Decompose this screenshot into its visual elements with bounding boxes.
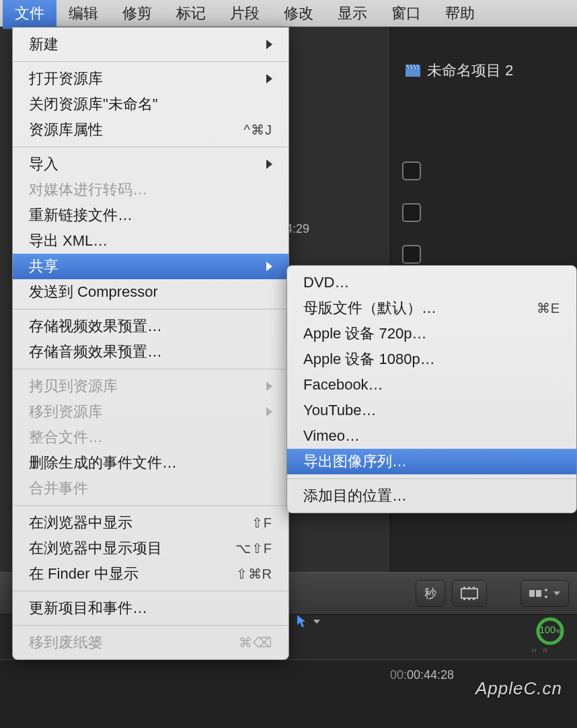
svg-rect-9 <box>529 590 535 597</box>
chevron-down-icon <box>553 591 560 595</box>
menubar: 文件编辑修剪标记片段修改显示窗口帮助 <box>0 0 577 27</box>
svg-rect-4 <box>468 587 470 589</box>
submenu-arrow-icon <box>266 74 272 83</box>
menu-item-label: Apple 设备 1080p… <box>303 349 435 369</box>
menubar-item-8[interactable]: 帮助 <box>433 0 487 29</box>
menu-item-label: 发送到 Compressor <box>29 282 158 302</box>
menu-item-label: 共享 <box>29 256 59 277</box>
svg-rect-6 <box>463 598 465 600</box>
file-menu-item: 对媒体进行转码… <box>13 177 288 203</box>
file-menu-item[interactable]: 发送到 Compressor <box>13 279 288 305</box>
chevron-down-icon <box>313 620 320 624</box>
menubar-item-7[interactable]: 窗口 <box>379 0 433 29</box>
role-checkbox-stack <box>402 161 421 264</box>
share-submenu-item[interactable]: Apple 设备 720p… <box>287 321 576 347</box>
menu-item-label: 拷贝到资源库 <box>29 376 118 396</box>
file-menu-item[interactable]: 共享 <box>13 254 288 279</box>
file-menu-item[interactable]: 更新项目和事件… <box>13 595 288 621</box>
share-submenu-item[interactable]: Vimeo… <box>287 423 576 449</box>
file-menu-item[interactable]: 导入 <box>13 151 288 177</box>
progress-hr-label: HR <box>532 647 554 654</box>
filmstrip-icon <box>461 587 478 600</box>
menubar-item-3[interactable]: 标记 <box>164 0 218 29</box>
submenu-arrow-icon <box>266 159 272 169</box>
menu-shortcut: ⇧⌘R <box>236 566 272 582</box>
svg-rect-8 <box>473 598 475 600</box>
file-menu-item[interactable]: 删除生成的事件文件… <box>13 450 288 476</box>
svg-rect-3 <box>463 587 465 589</box>
menu-item-label: 打开资源库 <box>29 69 103 89</box>
menu-item-label: 对媒体进行转码… <box>29 180 147 200</box>
menu-item-label: 存储视频效果预置… <box>29 316 162 336</box>
menubar-item-1[interactable]: 编辑 <box>56 0 110 29</box>
file-menu-item[interactable]: 新建 <box>13 32 288 57</box>
file-menu-item[interactable]: 导出 XML… <box>13 228 288 254</box>
file-menu-item[interactable]: 在 Finder 中显示⇧⌘R <box>13 561 288 587</box>
file-menu-separator <box>13 505 288 506</box>
menu-item-label: 合并事件 <box>29 478 88 499</box>
role-checkbox[interactable] <box>402 161 421 180</box>
menubar-item-2[interactable]: 修剪 <box>110 0 164 29</box>
share-submenu-item[interactable]: 添加目的位置… <box>287 483 576 509</box>
file-menu-item: 移到废纸篓⌘⌫ <box>13 630 288 655</box>
svg-rect-2 <box>461 589 477 598</box>
role-checkbox[interactable] <box>402 245 421 264</box>
file-menu-separator <box>13 369 288 369</box>
share-submenu-item[interactable]: Apple 设备 1080p… <box>287 347 576 372</box>
share-submenu-item[interactable]: 母版文件（默认）…⌘E <box>287 295 576 321</box>
menubar-item-0[interactable]: 文件 <box>3 0 56 29</box>
submenu-arrow-icon <box>266 40 272 49</box>
menu-item-label: 重新链接文件… <box>29 205 132 225</box>
share-submenu-item[interactable]: YouTube… <box>287 398 576 423</box>
menu-item-label: 存储音频效果预置… <box>29 342 162 362</box>
menu-item-label: 母版文件（默认）… <box>303 298 436 318</box>
menu-item-label: Vimeo… <box>303 427 360 445</box>
menu-item-label: 添加目的位置… <box>303 486 407 506</box>
svg-rect-7 <box>468 598 470 600</box>
file-menu-separator <box>13 309 288 310</box>
share-submenu-item[interactable]: DVD… <box>287 270 576 295</box>
appearance-icon <box>529 587 549 599</box>
file-menu-item: 移到资源库 <box>13 399 288 425</box>
menu-item-label: 导出图像序列… <box>303 451 407 472</box>
menu-item-label: 在 Finder 中显示 <box>29 564 139 584</box>
file-menu: 新建打开资源库关闭资源库"未命名"资源库属性^⌘J导入对媒体进行转码…重新链接文… <box>12 27 289 660</box>
file-menu-item[interactable]: 打开资源库 <box>13 66 288 92</box>
share-submenu-separator <box>287 478 576 479</box>
menu-item-label: 导出 XML… <box>29 231 108 251</box>
menu-item-label: 整合文件… <box>29 427 103 447</box>
file-menu-item[interactable]: 在浏览器中显示项目⌥⇧F <box>13 536 288 561</box>
menubar-item-6[interactable]: 显示 <box>325 0 379 29</box>
submenu-arrow-icon <box>266 262 272 271</box>
menu-item-label: 新建 <box>29 34 59 54</box>
file-menu-item: 拷贝到资源库 <box>13 373 288 399</box>
render-progress[interactable]: 100% HR <box>530 611 570 651</box>
menubar-item-4[interactable]: 片段 <box>218 0 272 29</box>
file-menu-item: 整合文件… <box>13 425 288 450</box>
filmstrip-button[interactable] <box>452 580 487 607</box>
share-submenu-item[interactable]: Facebook… <box>287 372 576 398</box>
menu-shortcut: ⌘E <box>537 300 560 316</box>
file-menu-item[interactable]: 关闭资源库"未命名" <box>13 92 288 117</box>
progress-percent: 100% <box>539 624 560 635</box>
role-checkbox[interactable] <box>402 203 421 222</box>
menu-item-label: Facebook… <box>303 376 383 394</box>
menubar-item-5[interactable]: 修改 <box>272 0 325 29</box>
menu-item-label: 删除生成的事件文件… <box>29 453 177 473</box>
share-submenu: DVD…母版文件（默认）…⌘EApple 设备 720p…Apple 设备 10… <box>286 265 577 513</box>
clip-appearance-button[interactable] <box>521 580 569 607</box>
menu-shortcut: ⌘⌫ <box>239 634 272 651</box>
file-menu-item[interactable]: 在浏览器中显示⇧F <box>13 510 288 536</box>
file-menu-separator <box>13 61 288 62</box>
file-menu-item[interactable]: 存储音频效果预置… <box>13 339 288 365</box>
file-menu-item[interactable]: 重新链接文件… <box>13 203 288 228</box>
file-menu-separator <box>13 625 288 626</box>
menu-item-label: 关闭资源库"未命名" <box>29 94 158 114</box>
svg-rect-5 <box>473 587 475 589</box>
file-menu-item[interactable]: 存储视频效果预置… <box>13 314 288 339</box>
share-submenu-item[interactable]: 导出图像序列… <box>287 449 576 474</box>
tool-selector[interactable] <box>296 615 320 628</box>
menu-item-label: DVD… <box>303 274 349 291</box>
file-menu-item[interactable]: 资源库属性^⌘J <box>13 117 288 143</box>
scale-seconds-button[interactable]: 秒 <box>416 580 445 607</box>
